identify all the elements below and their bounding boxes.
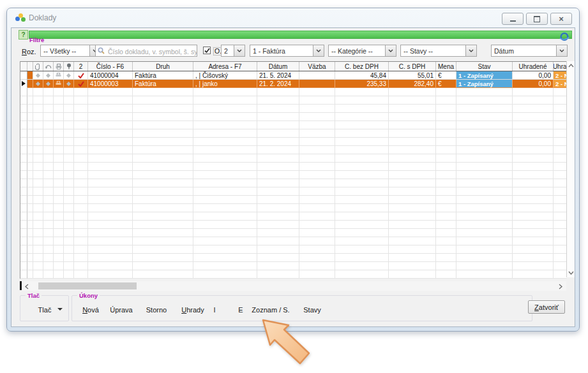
payments-button[interactable]: Uhrady bbox=[178, 303, 207, 315]
chevron-down-icon[interactable] bbox=[234, 45, 245, 56]
empty-row[interactable] bbox=[20, 229, 567, 237]
empty-row[interactable] bbox=[20, 187, 567, 196]
col-header-c-bez-dph[interactable]: C. bez DPH bbox=[335, 62, 389, 71]
empty-row[interactable] bbox=[20, 154, 567, 163]
close-dialog-button[interactable]: Zatvoriť bbox=[528, 300, 565, 314]
empty-row[interactable] bbox=[20, 179, 567, 187]
scrollbar-thumb[interactable] bbox=[38, 282, 137, 289]
empty-row[interactable] bbox=[20, 212, 567, 221]
states-button[interactable]: Stavy bbox=[300, 303, 324, 315]
count-select[interactable]: 2 bbox=[221, 45, 245, 57]
scroll-down-icon[interactable] bbox=[568, 271, 574, 275]
scroll-up-icon[interactable] bbox=[568, 64, 574, 68]
scroll-right-icon[interactable] bbox=[559, 284, 562, 289]
print-mini-icon bbox=[56, 81, 61, 86]
checked-icon bbox=[78, 73, 84, 78]
window-title: Doklady bbox=[29, 13, 56, 22]
maximize-button[interactable] bbox=[526, 13, 548, 25]
col-header-adresa[interactable]: Adresa - F7 bbox=[193, 62, 257, 71]
print-icon[interactable] bbox=[54, 62, 64, 71]
empty-row[interactable] bbox=[20, 245, 567, 254]
empty-row[interactable] bbox=[20, 254, 567, 262]
empty-row[interactable] bbox=[20, 138, 567, 146]
empty-row[interactable] bbox=[20, 113, 567, 121]
empty-row[interactable] bbox=[20, 221, 567, 229]
table-row-selected[interactable]: 41000003 Faktúra , | janko 21. 2. 2024 2… bbox=[20, 80, 567, 88]
empty-row[interactable] bbox=[20, 237, 567, 245]
empty-row[interactable] bbox=[20, 171, 567, 179]
current-row-icon bbox=[22, 81, 26, 86]
col-header-stav[interactable]: Stav bbox=[456, 62, 513, 71]
actions-group-label: Úkony bbox=[77, 292, 100, 299]
col-header-druh[interactable]: Druh bbox=[133, 62, 193, 71]
category-select[interactable]: -- Kategórie -- bbox=[328, 45, 396, 57]
doc-type-select[interactable]: 1 - Faktúra bbox=[250, 45, 324, 57]
undo-icon[interactable] bbox=[43, 62, 54, 71]
vertical-scrollbar[interactable] bbox=[566, 61, 575, 277]
status-badge: 1 - Zapísaný bbox=[456, 80, 512, 88]
empty-row[interactable] bbox=[20, 121, 567, 129]
col-header-c-s-dph[interactable]: C. s DPH bbox=[389, 62, 436, 71]
print-caret-icon[interactable] bbox=[57, 308, 63, 311]
minimize-icon bbox=[510, 20, 516, 22]
status-badge: 1 - Zapísaný bbox=[456, 71, 512, 80]
sync-icon[interactable] bbox=[559, 32, 569, 41]
chevron-down-icon[interactable] bbox=[313, 45, 324, 56]
splitter-handle[interactable] bbox=[20, 281, 22, 290]
col-header-vazba[interactable]: Väzba bbox=[299, 62, 335, 71]
col-header-cislo[interactable]: Číslo - F6 bbox=[88, 62, 133, 71]
filter-group-label: Filtre bbox=[29, 36, 44, 43]
date-select[interactable]: Dátum bbox=[491, 45, 568, 57]
list-button[interactable]: Zoznam / S. bbox=[250, 303, 292, 315]
pin-dot-icon bbox=[66, 81, 71, 85]
minimize-button[interactable] bbox=[502, 13, 524, 25]
empty-row[interactable] bbox=[20, 105, 567, 113]
print-mini-icon bbox=[56, 73, 61, 78]
pointer-arrow-annotation bbox=[246, 315, 316, 369]
empty-row[interactable] bbox=[20, 146, 567, 154]
print-group: Tlač Tlač bbox=[20, 295, 69, 321]
table-row[interactable]: 41000004 Faktúra , | Čišovský 21. 5. 202… bbox=[20, 71, 567, 80]
state-select[interactable]: -- Stavy -- bbox=[400, 45, 477, 57]
edit-button[interactable]: Úprava bbox=[106, 303, 137, 315]
app-icon bbox=[15, 13, 26, 22]
new-button[interactable]: Nová bbox=[77, 303, 105, 315]
pin-icon[interactable] bbox=[64, 62, 74, 71]
chevron-down-icon[interactable] bbox=[385, 45, 396, 56]
e-button[interactable]: E bbox=[236, 303, 246, 315]
col-header-datum[interactable]: Dátum bbox=[257, 62, 299, 71]
close-button[interactable]: × bbox=[550, 13, 572, 25]
scroll-left-icon[interactable] bbox=[25, 284, 29, 289]
empty-row[interactable] bbox=[20, 196, 567, 204]
chevron-down-icon[interactable] bbox=[465, 45, 476, 56]
titlebar[interactable]: Doklady × bbox=[7, 8, 579, 27]
documents-grid: 2 Číslo - F6 Druh Adresa - F7 Dátum Väzb… bbox=[20, 61, 567, 279]
print-group-label: Tlač bbox=[26, 292, 41, 299]
col-header-uhrad[interactable]: Uhrad bbox=[554, 62, 567, 71]
empty-row[interactable] bbox=[20, 129, 567, 138]
empty-row[interactable] bbox=[20, 262, 567, 270]
empty-row[interactable] bbox=[20, 96, 567, 105]
storno-button[interactable]: Storno bbox=[142, 303, 170, 315]
attachment-dot-icon bbox=[36, 81, 40, 85]
grid-header-row: 2 Číslo - F6 Druh Adresa - F7 Dátum Väzb… bbox=[20, 61, 567, 71]
row-color-strip bbox=[27, 80, 33, 88]
empty-row[interactable] bbox=[20, 204, 567, 212]
empty-row[interactable] bbox=[20, 88, 567, 96]
i-button[interactable]: I bbox=[209, 303, 220, 315]
col-header-check[interactable]: 2 bbox=[74, 62, 88, 71]
chevron-down-icon[interactable] bbox=[556, 45, 567, 56]
maximize-icon bbox=[534, 16, 540, 22]
col-header-uhradene[interactable]: Uhradené bbox=[513, 62, 554, 71]
col-header-mena[interactable]: Mena bbox=[436, 62, 456, 71]
paid-status-badge: 2 - N bbox=[554, 80, 567, 88]
o-checkbox[interactable] bbox=[203, 47, 211, 54]
empty-row[interactable] bbox=[20, 163, 567, 171]
roz-select[interactable]: -- Všetky -- bbox=[40, 45, 101, 57]
empty-row[interactable] bbox=[20, 270, 567, 279]
help-button[interactable]: ? bbox=[19, 30, 28, 40]
horizontal-scrollbar[interactable] bbox=[20, 281, 566, 291]
paperclip-icon[interactable] bbox=[33, 62, 43, 71]
search-input[interactable] bbox=[107, 45, 199, 57]
row-color-strip bbox=[27, 71, 33, 80]
